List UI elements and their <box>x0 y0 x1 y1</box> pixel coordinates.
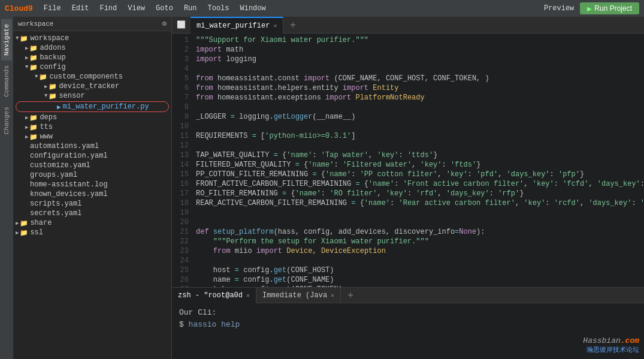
terminal-command: hassio help <box>189 320 240 329</box>
code-line-16: 16 FRONT_ACTIVE_CARBON_FILTER_REMAINING … <box>172 180 644 189</box>
tree-label-known-devices-yaml: known_devices.yaml <box>30 190 108 198</box>
tree-item-share[interactable]: ▶ 📁 share <box>13 218 171 228</box>
terminal-tab-close-zsh[interactable]: ✕ <box>246 292 250 299</box>
tree-label-secrets-yaml: secrets.yaml <box>30 209 81 218</box>
code-line-21: 21 def setup_platform(hass, config, add_… <box>172 228 644 237</box>
tree-item-home-assistant-log[interactable]: home-assistant.log <box>13 180 171 189</box>
menu-edit[interactable]: Edit <box>67 2 94 14</box>
folder-icon: 📁 <box>39 73 47 81</box>
py-file-icon: ▶ <box>57 103 61 111</box>
folder-icon: 📁 <box>29 64 38 71</box>
code-line-7: 7 from homeassistant.exceptions import P… <box>172 93 644 103</box>
code-line-13: 13 TAP_WATER_QUALITY = {'name': 'Tap wat… <box>172 151 644 161</box>
terminal-tab-add-button[interactable]: ＋ <box>341 289 360 301</box>
arrow-icon: ▶ <box>44 83 47 90</box>
code-line-26: 26 name = config.get(CONF_NAME) <box>172 276 644 285</box>
code-line-5: 5 from homeassistant.const import (CONF_… <box>172 74 644 84</box>
file-tree-content: ▼ 📁 workspace ▶ 📁 addons ▶ 📁 backup ▼ 📁 … <box>13 31 171 359</box>
tree-item-www[interactable]: ▶ 📁 www <box>13 132 171 141</box>
tree-item-configuration-yaml[interactable]: configuration.yaml <box>13 151 171 161</box>
tree-label-ssl: ssl <box>30 228 43 237</box>
tree-item-ssl[interactable]: ▶ 📁 ssl <box>13 228 171 237</box>
tree-item-groups-yaml[interactable]: groups.yaml <box>13 170 171 180</box>
arrow-icon: ▶ <box>16 230 19 236</box>
tree-item-scripts-yaml[interactable]: scripts.yaml <box>13 199 171 209</box>
tab-add-button[interactable]: ＋ <box>283 19 303 31</box>
tree-item-automations-yaml[interactable]: automations.yaml <box>13 141 171 151</box>
terminal-tab-bar: zsh - "root@a0d ✕ Immediate (Java ✕ ＋ <box>172 288 644 303</box>
folder-icon: 📁 <box>29 54 38 62</box>
gear-icon[interactable]: ⚙ <box>162 19 167 28</box>
tree-label-customize-yaml: customize.yaml <box>30 161 90 170</box>
arrow-icon: ▼ <box>25 64 28 70</box>
terminal-prompt-symbol: $ <box>179 320 189 329</box>
terminal-tab-immediate[interactable]: Immediate (Java ✕ <box>256 288 341 303</box>
tree-item-tts[interactable]: ▶ 📁 tts <box>13 122 171 132</box>
tree-item-customize-yaml[interactable]: customize.yaml <box>13 161 171 170</box>
tree-item-addons[interactable]: ▶ 📁 addons <box>13 43 171 53</box>
code-line-3: 3 import logging <box>172 55 644 65</box>
tree-label-groups-yaml: groups.yaml <box>30 171 77 179</box>
tab-label-mi-water-purifier: mi_water_purifier <box>196 22 270 30</box>
code-line-11: 11 REQUIREMENTS = ['python-miio>=0.3.1'] <box>172 132 644 141</box>
sidebar-tab-navigate[interactable]: Navigate <box>1 19 12 61</box>
folder-icon: 📁 <box>29 44 38 52</box>
arrow-icon: ▶ <box>25 55 28 61</box>
folder-icon: 📁 <box>29 133 38 141</box>
sidebar-tab-changes[interactable]: Changes <box>1 102 12 139</box>
file-icon: ⬜ <box>172 20 191 29</box>
tree-label-automations-yaml: automations.yaml <box>30 142 99 150</box>
tree-item-workspace[interactable]: ▼ 📁 workspace <box>13 34 171 43</box>
code-line-23: 23 from miio import Device, DeviceExcept… <box>172 247 644 257</box>
tree-label-mi-water-purifier: mi_water_purifier.py <box>63 102 149 111</box>
tree-item-backup[interactable]: ▶ 📁 backup <box>13 53 171 62</box>
tree-item-device-tracker[interactable]: ▶ 📁 device_tracker <box>13 82 171 91</box>
tree-item-known-devices-yaml[interactable]: known_devices.yaml <box>13 189 171 199</box>
terminal-text-1: Our Cli: <box>179 308 216 317</box>
folder-icon: 📁 <box>49 83 57 90</box>
folder-icon: 📁 <box>20 229 28 237</box>
code-line-19: 19 <box>172 209 644 218</box>
arrow-icon: ▶ <box>16 220 19 227</box>
run-project-button[interactable]: Run Project <box>580 2 639 14</box>
arrow-icon: ▼ <box>35 74 38 80</box>
tree-label-home-assistant-log: home-assistant.log <box>30 180 108 189</box>
terminal-content[interactable]: Our Cli: $ hassio help <box>172 303 644 359</box>
menu-view[interactable]: View <box>123 2 150 14</box>
menu-find[interactable]: Find <box>95 2 122 14</box>
menu-tools[interactable]: Tools <box>202 2 234 14</box>
terminal-tab-close-immediate[interactable]: ✕ <box>331 292 334 299</box>
tree-label-deps: deps <box>40 113 57 122</box>
menu-goto[interactable]: Goto <box>151 2 178 14</box>
arrow-icon: ▶ <box>25 124 28 131</box>
terminal-tab-zsh[interactable]: zsh - "root@a0d ✕ <box>172 288 256 303</box>
workspace-label: workspace <box>18 20 53 28</box>
tree-item-mi-water-purifier[interactable]: ▶ mi_water_purifier.py <box>16 101 169 112</box>
tree-label-configuration-yaml: configuration.yaml <box>30 152 108 160</box>
tab-close-icon[interactable]: ✕ <box>273 22 277 29</box>
tree-label-backup: backup <box>40 53 65 62</box>
tree-label-config: config <box>40 63 65 71</box>
tree-item-secrets-yaml[interactable]: secrets.yaml <box>13 209 171 218</box>
code-line-10: 10 <box>172 122 644 132</box>
terminal-line-2: $ hassio help <box>179 319 637 331</box>
tree-item-sensor[interactable]: ▼ 📁 sensor <box>13 91 171 101</box>
folder-icon: 📁 <box>29 123 38 131</box>
file-tree-header: workspace ⚙ <box>13 17 171 31</box>
menu-window[interactable]: Window <box>235 2 271 14</box>
tree-item-custom-components[interactable]: ▼ 📁 custom_components <box>13 72 171 82</box>
menu-run[interactable]: Run <box>179 2 202 14</box>
menu-file[interactable]: File <box>39 2 66 14</box>
tree-item-deps[interactable]: ▶ 📁 deps <box>13 113 171 122</box>
tree-label-workspace: workspace <box>30 34 69 43</box>
code-line-6: 6 from homeassistant.helpers.entity impo… <box>172 84 644 93</box>
tree-item-config[interactable]: ▼ 📁 config <box>13 62 171 72</box>
tree-label-addons: addons <box>40 44 65 52</box>
folder-icon: 📁 <box>20 219 28 227</box>
code-line-1: 1 """Support for Xiaomi water purifier."… <box>172 36 644 46</box>
sidebar-tab-commands[interactable]: Commands <box>1 61 12 102</box>
preview-label[interactable]: Preview <box>539 2 579 14</box>
code-line-15: 15 PP_COTTON_FILTER_REMAINING = {'name':… <box>172 170 644 180</box>
code-editor[interactable]: 1 """Support for Xiaomi water purifier."… <box>172 34 644 287</box>
editor-tab-mi-water-purifier[interactable]: mi_water_purifier ✕ <box>191 17 283 34</box>
